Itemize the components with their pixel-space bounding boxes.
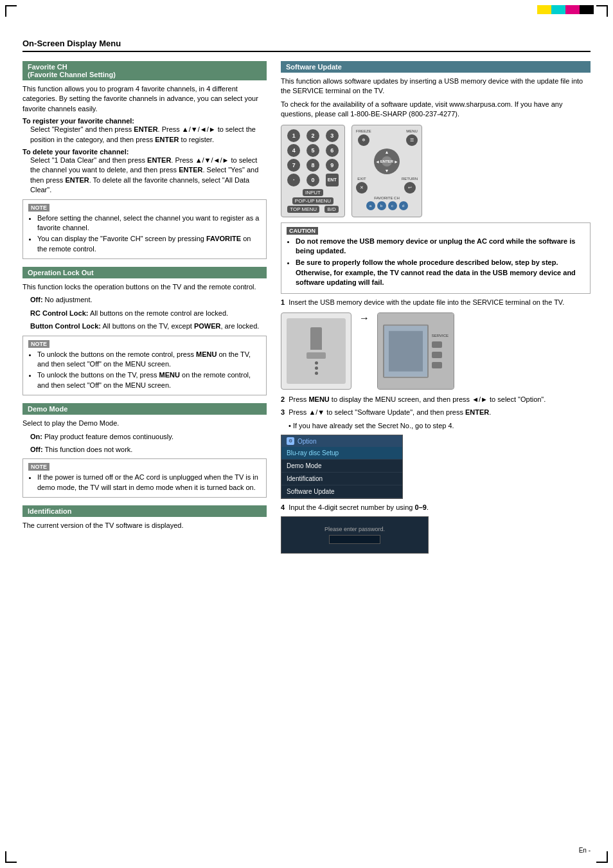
color-bar-top <box>537 5 594 14</box>
remote-images: 1 2 3 4 5 6 7 8 9 · 0 ENT INPUT <box>281 125 591 217</box>
operation-lock-intro: This function locks the operation button… <box>22 282 267 292</box>
left-column: Favorite CH(Favorite Channel Setting) Th… <box>22 61 267 557</box>
page-title: On-Screen Display Menu <box>22 39 591 52</box>
step3: 3 Press ▲/▼ to select "Software Update",… <box>281 408 591 417</box>
demo-mode-note: NOTE If the power is turned off or the A… <box>22 458 267 498</box>
section-header-operation-lock: Operation Lock Out <box>22 267 267 278</box>
delete-text: Select "1 Data Clear" and then press ENT… <box>22 156 267 195</box>
password-prompt: Please enter password. <box>287 526 423 532</box>
section-header-demo-mode: Demo Mode <box>22 403 267 415</box>
identification-text: The current version of the TV software i… <box>22 521 267 530</box>
corner-mark-tl <box>5 5 17 17</box>
menu-item-demo: Demo Mode <box>281 460 402 473</box>
menu-item-bluray: Blu-ray disc Setup <box>281 447 402 460</box>
password-box: Please enter password. <box>281 516 429 554</box>
section-operation-lock: Operation Lock Out This function locks t… <box>22 267 267 395</box>
corner-mark-br <box>596 851 608 863</box>
register-label: To register your favorite channel: <box>22 117 267 125</box>
right-column: Software Update This function allows sof… <box>281 61 591 557</box>
delete-label: To delete your favorite channel: <box>22 148 267 156</box>
menu-screenshot: ⚙ Option Blu-ray disc Setup Demo Mode Id… <box>281 435 403 499</box>
corner-mark-tr <box>596 5 608 17</box>
usb-illustration: → SERVICE <box>281 312 591 390</box>
step3-bullet: • If you have already set the Secret No.… <box>281 421 591 431</box>
usb-device-img <box>281 312 351 390</box>
section-favorite-ch: Favorite CH(Favorite Channel Setting) Th… <box>22 61 267 259</box>
step4: 4 Input the 4-digit secret number by usi… <box>281 503 591 512</box>
operation-lock-note: NOTE To unlock the buttons on the remote… <box>22 336 267 396</box>
password-input-line <box>329 535 380 544</box>
section-demo-mode: Demo Mode Select to play the Demo Mode. … <box>22 403 267 498</box>
favorite-ch-intro: This function allows you to program 4 fa… <box>22 84 267 114</box>
software-update-intro: This function allows software updates by… <box>281 77 591 96</box>
demo-mode-intro: Select to play the Demo Mode. <box>22 419 267 428</box>
tv-side-img: SERVICE <box>377 312 454 390</box>
favorite-ch-note: NOTE Before setting the channel, select … <box>22 199 267 260</box>
numpad-remote: 1 2 3 4 5 6 7 8 9 · 0 ENT INPUT <box>281 125 345 217</box>
nav-remote: FREEZE ❄ MENU ☰ ▲ ▼ ◄ <box>351 125 422 217</box>
section-header-identification: Identification <box>22 505 267 517</box>
section-header-software-update: Software Update <box>281 61 591 73</box>
step2: 2 Press MENU to display the MENU screen,… <box>281 395 591 404</box>
corner-mark-bl <box>5 851 17 863</box>
menu-item-id: Identification <box>281 473 402 485</box>
caution-box: CAUTION Do not remove the USB memory dev… <box>281 222 591 294</box>
section-identification: Identification The current version of th… <box>22 505 267 530</box>
software-update-visit: To check for the availability of a softw… <box>281 100 591 120</box>
section-header-favorite-ch: Favorite CH(Favorite Channel Setting) <box>22 61 267 80</box>
menu-item-sw-update: Software Update <box>281 485 402 498</box>
register-text: Select "Register" and then press ENTER. … <box>22 125 267 145</box>
page-number: En - <box>579 847 591 854</box>
step1-num: 1 Insert the USB memory device with the … <box>281 298 591 307</box>
